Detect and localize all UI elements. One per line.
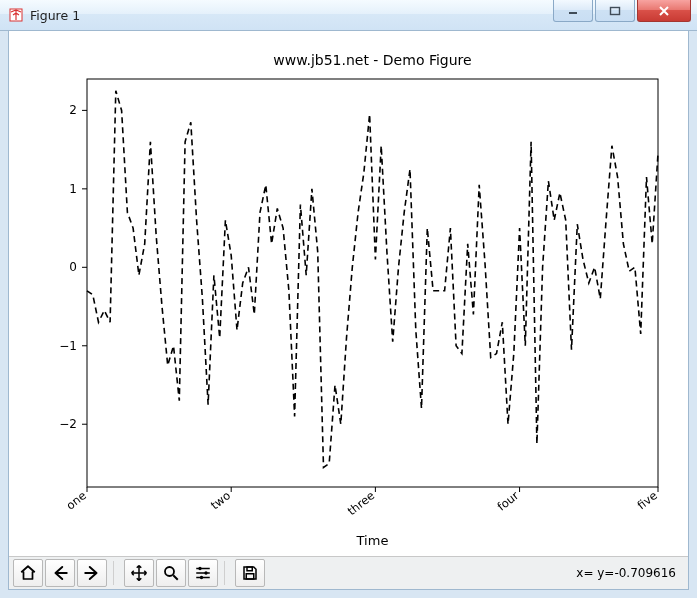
y-tick-label: 0 <box>69 260 77 274</box>
svg-point-18 <box>200 576 203 579</box>
svg-point-14 <box>165 567 174 576</box>
svg-point-16 <box>198 567 201 570</box>
save-button[interactable] <box>235 559 265 587</box>
arrow-right-icon <box>83 564 101 582</box>
client-area: −2−1012 onetwothreefourfive www.jb51.net… <box>8 30 689 590</box>
y-tick-label: 1 <box>69 182 77 196</box>
window-title: Figure 1 <box>30 8 80 23</box>
toolbar-separator <box>113 561 120 585</box>
tk-icon <box>8 7 24 23</box>
x-tick-label: four <box>495 488 522 513</box>
line-series <box>87 91 658 468</box>
x-tick-label: two <box>208 488 233 512</box>
save-icon <box>241 564 259 582</box>
svg-point-17 <box>204 571 207 574</box>
x-axis-label: Time <box>356 533 389 548</box>
home-icon <box>19 564 37 582</box>
svg-line-15 <box>173 575 178 580</box>
home-button[interactable] <box>13 559 43 587</box>
y-tick-label: 2 <box>69 103 77 117</box>
x-tick-label: five <box>635 488 660 512</box>
back-button[interactable] <box>45 559 75 587</box>
svg-rect-3 <box>87 79 658 487</box>
plot-canvas[interactable]: −2−1012 onetwothreefourfive www.jb51.net… <box>9 31 688 557</box>
window-titlebar: Figure 1 <box>0 0 697 31</box>
move-icon <box>130 564 148 582</box>
svg-rect-19 <box>247 567 252 571</box>
subplots-button[interactable] <box>188 559 218 587</box>
cursor-status: x= y=-0.709616 <box>576 566 676 580</box>
forward-button[interactable] <box>77 559 107 587</box>
window-minimize-button[interactable] <box>553 0 593 22</box>
y-tick-label: −2 <box>59 417 77 431</box>
window-close-button[interactable] <box>637 0 691 22</box>
pan-button[interactable] <box>124 559 154 587</box>
sliders-icon <box>194 564 212 582</box>
svg-rect-2 <box>611 7 620 14</box>
x-tick-label: one <box>63 488 88 512</box>
matplotlib-toolbar: x= y=-0.709616 <box>9 556 688 589</box>
y-tick-label: −1 <box>59 339 77 353</box>
magnify-icon <box>162 564 180 582</box>
zoom-button[interactable] <box>156 559 186 587</box>
chart-title: www.jb51.net - Demo Figure <box>273 52 471 68</box>
svg-rect-20 <box>246 574 254 579</box>
arrow-left-icon <box>51 564 69 582</box>
x-tick-label: three <box>345 488 378 518</box>
window-maximize-button[interactable] <box>595 0 635 22</box>
toolbar-separator <box>224 561 231 585</box>
